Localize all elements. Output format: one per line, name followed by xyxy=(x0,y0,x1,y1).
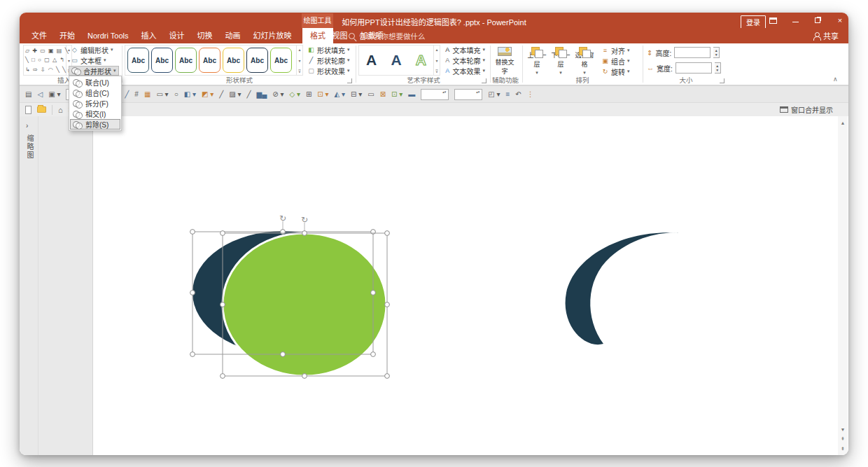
arrange-small-button[interactable]: ↻ 旋转 ▾ xyxy=(599,67,640,76)
tell-me-search[interactable]: 告诉我你想要做什么 xyxy=(349,28,426,43)
shape-style-thumbnail[interactable]: Abc xyxy=(127,48,149,73)
sign-in-button[interactable]: 登录 xyxy=(741,15,766,29)
insert-shapes-gallery[interactable]: ▱ ✚ ▭ ▣ ▤ ╲╲ □ ○ ▢ △ ↰↳ ⇨ ⇩ ◠ ╲ ╲ xyxy=(23,45,66,76)
toolbar-icon[interactable]: ⋮ xyxy=(527,91,534,98)
toolbar-icon[interactable]: ▦ xyxy=(144,91,150,98)
insert-shapes-button[interactable]: ◇ 编辑形状 ▾ xyxy=(69,45,119,55)
scroll-down-icon[interactable]: ▼ xyxy=(838,424,848,434)
merge-menu-item[interactable]: 组合(C) xyxy=(70,88,120,98)
window-merge-display[interactable]: 窗口合并显示 xyxy=(780,104,833,115)
shape-style-thumbnail[interactable]: Abc xyxy=(246,48,268,73)
toolbar-icon[interactable]: ◩ ▾ xyxy=(202,91,214,98)
alt-text-button[interactable]: 替换文字 xyxy=(493,45,517,76)
toolbar-icon[interactable]: ○ xyxy=(174,91,178,98)
shape-styles-gallery[interactable]: AbcAbcAbcAbcAbcAbcAbc xyxy=(125,45,297,76)
toolbar-icon[interactable]: ⊠ xyxy=(380,91,386,98)
ribbon-tab[interactable]: 切换 xyxy=(191,28,219,43)
ribbon-display-options-icon[interactable] xyxy=(769,16,777,25)
merge-menu-item[interactable]: 相交(I) xyxy=(70,109,120,119)
restore-button[interactable] xyxy=(813,16,822,25)
toolbar-icon[interactable]: ▆▄ xyxy=(256,91,267,98)
open-folder-icon[interactable] xyxy=(37,106,46,113)
wordart-sample[interactable]: A xyxy=(391,52,401,69)
toolbar-icon[interactable]: ⊡ ▾ xyxy=(317,91,328,98)
toolbar-icon[interactable]: ⊞ xyxy=(306,91,312,98)
spinner-arrows[interactable]: ▲▼ xyxy=(713,47,720,58)
scroll-up-icon[interactable]: ▲ xyxy=(838,118,848,127)
shape-style-thumbnail[interactable]: Abc xyxy=(199,48,220,73)
ribbon-tab[interactable]: Nordri Tools xyxy=(81,28,135,43)
toolbar-icon[interactable]: ▭ xyxy=(368,91,374,98)
next-slide-icon[interactable]: ⇟ xyxy=(838,444,848,454)
text-style-button[interactable]: A 文本轮廓 ▾ xyxy=(442,55,487,65)
gallery-scroll-arrows[interactable]: ▴▾⊽ xyxy=(297,45,303,76)
minimize-button[interactable] xyxy=(791,16,799,25)
toolbar-icon[interactable]: ↶ xyxy=(515,91,521,98)
toolbar-icon[interactable]: ⊟ ▾ xyxy=(351,91,362,98)
dialog-launcher-icon[interactable] xyxy=(720,78,724,83)
slide-canvas[interactable]: ↻ ↻ xyxy=(93,116,838,455)
toolbar-icon[interactable]: ◁ xyxy=(37,91,43,98)
ribbon-tab[interactable]: 开始 xyxy=(53,28,81,43)
toolbar-icon[interactable]: ◰ ▾ xyxy=(488,91,500,98)
text-style-button[interactable]: A 文本效果 ▾ xyxy=(442,66,487,76)
collapse-ribbon-icon[interactable]: ∧ xyxy=(833,76,838,83)
dialog-launcher-icon[interactable] xyxy=(482,78,486,83)
merge-menu-item[interactable]: 剪除(S) xyxy=(70,119,120,130)
toolbar-icon[interactable]: ╱ xyxy=(125,91,129,98)
wordart-sample[interactable]: A xyxy=(416,52,426,69)
text-style-button[interactable]: A 文本填充 ▾ xyxy=(442,45,487,55)
crescent-shape[interactable] xyxy=(566,232,680,344)
toolbar-icon[interactable]: ◧ ▾ xyxy=(184,91,196,98)
toolbar-icon[interactable]: ◭ ▾ xyxy=(335,91,346,98)
merge-menu-item[interactable]: 拆分(F) xyxy=(70,98,120,109)
toolbar-icon[interactable]: ▣ ▾ xyxy=(48,91,60,98)
wordart-sample[interactable]: A xyxy=(366,52,377,69)
merge-menu-item[interactable]: 联合(U) xyxy=(70,77,120,88)
dialog-launcher-icon[interactable] xyxy=(347,78,352,83)
expand-pane-icon[interactable]: › xyxy=(26,122,28,130)
close-button[interactable]: × xyxy=(836,16,844,25)
shape-style-button[interactable]: ◧ 形状填充 ▾ xyxy=(305,45,354,55)
toolbar-icon[interactable]: ⊘ ▾ xyxy=(272,91,284,98)
ribbon-tab[interactable]: 动画 xyxy=(219,28,247,43)
arrange-big-button[interactable]: 选择窗格 ▾ xyxy=(573,45,596,76)
ribbon-tab[interactable]: 幻灯片放映 xyxy=(247,28,298,43)
insert-shapes-button[interactable]: ▭ 文本框 ▾ xyxy=(69,55,119,65)
size-spinner[interactable] xyxy=(421,89,449,100)
vertical-scrollbar[interactable]: ▲ ▼ ⇞ ⇟ xyxy=(838,116,848,455)
shape-style-thumbnail[interactable]: Abc xyxy=(223,48,244,73)
share-button[interactable]: 共享 xyxy=(813,28,839,43)
arrange-big-button[interactable]: 上移一层 ▾ xyxy=(525,45,549,76)
toolbar-icon[interactable]: # xyxy=(134,91,139,98)
arrange-small-button[interactable]: ≡ 对齐 ▾ xyxy=(599,46,640,55)
ribbon-tab[interactable]: 文件 xyxy=(25,28,53,43)
size-spinner[interactable] xyxy=(454,89,482,100)
shape-style-button[interactable]: ▢ 形状效果 ▾ xyxy=(305,66,354,76)
shape-style-thumbnail[interactable]: Abc xyxy=(270,48,292,73)
thumbnail-column[interactable] xyxy=(38,116,93,455)
insert-shapes-button[interactable]: 合并形状 ▾ xyxy=(69,66,119,76)
wordart-gallery[interactable]: AAA xyxy=(358,45,434,76)
toolbar-icon[interactable]: ≡ xyxy=(506,91,510,98)
shape-style-thumbnail[interactable]: Abc xyxy=(175,48,197,73)
size-input[interactable] xyxy=(676,62,712,74)
arrange-small-button[interactable]: ▣ 组合 ▾ xyxy=(599,56,640,66)
ribbon-tab[interactable]: 设计 xyxy=(163,28,191,43)
shape-style-button[interactable]: ╱ 形状轮廓 ▾ xyxy=(305,55,354,65)
shape-style-thumbnail[interactable]: Abc xyxy=(151,48,173,73)
tab-format-active[interactable]: 格式 xyxy=(302,28,333,43)
previous-slide-icon[interactable]: ⇞ xyxy=(838,434,848,444)
new-file-icon[interactable] xyxy=(25,106,31,114)
spinner-arrows[interactable]: ▲▼ xyxy=(715,62,721,74)
toolbar-icon[interactable]: ╱ xyxy=(246,91,251,98)
arrange-big-button[interactable]: 下移一层 ▾ xyxy=(549,45,573,76)
toolbar-icon[interactable]: ▤ xyxy=(25,91,31,98)
toolbar-icon[interactable]: ◇ ▾ xyxy=(289,91,300,98)
ribbon-tab[interactable]: 插入 xyxy=(135,28,163,43)
toolbar-icon[interactable]: ▨ ▾ xyxy=(229,91,241,98)
toolbar-icon[interactable]: ╱ xyxy=(219,91,223,98)
size-input[interactable] xyxy=(674,47,710,58)
toolbar-icon[interactable]: ▭ ▾ xyxy=(156,91,168,98)
toolbar-icon[interactable]: ⊡ ▾ xyxy=(391,91,402,98)
